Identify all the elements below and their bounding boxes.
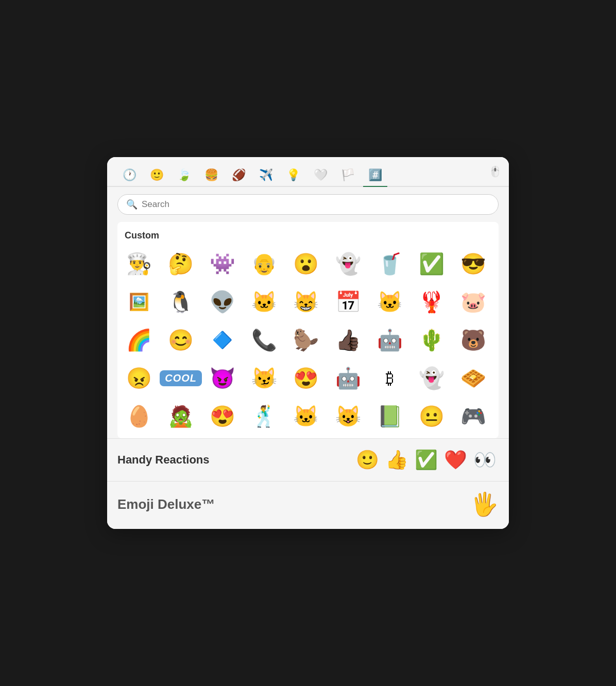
handy-emoji-thumbsup[interactable]: 👍 — [383, 447, 410, 473]
list-item[interactable]: 😎 — [455, 245, 492, 282]
handy-emoji-heart[interactable]: ❤️ — [442, 447, 469, 473]
category-symbols[interactable]: 🤍 — [309, 164, 333, 186]
list-item[interactable]: 🔷 — [204, 321, 241, 358]
list-item[interactable]: 👍🏿 — [330, 321, 367, 358]
list-item[interactable]: 🐱 — [246, 283, 283, 320]
search-input[interactable] — [142, 199, 490, 210]
list-item[interactable]: 🦊 — [455, 436, 492, 438]
category-travel[interactable]: ✈️ — [254, 164, 278, 186]
list-item[interactable]: 🦫 — [287, 321, 324, 358]
category-smileys[interactable]: 🙂 — [145, 164, 169, 186]
list-item[interactable]: 😊 — [162, 321, 199, 358]
category-activity[interactable]: 🏈 — [227, 164, 251, 186]
list-item[interactable]: 🤡 — [246, 436, 283, 438]
emoji-deluxe-label: Emoji Deluxe™ — [117, 496, 215, 512]
list-item[interactable]: 😸 — [287, 283, 324, 320]
handy-reactions-emojis: 🙂 👍 ✅ ❤️ 👀 — [354, 447, 499, 473]
list-item[interactable]: 😮 — [287, 245, 324, 282]
list-item[interactable]: 👽 — [204, 283, 241, 320]
list-item-cool[interactable]: COOL — [162, 359, 199, 397]
list-item[interactable]: 😠 — [121, 359, 158, 397]
emoji-deluxe-icon: 🖐️ — [470, 491, 499, 518]
list-item[interactable]: 🤔 — [162, 245, 199, 282]
handy-reactions-section: Handy Reactions 🙂 👍 ✅ ❤️ 👀 — [107, 438, 509, 481]
list-item[interactable]: 🕺 — [246, 398, 283, 435]
list-item[interactable]: 👨‍🍳 — [121, 245, 158, 282]
list-item[interactable]: 🖼️ — [121, 283, 158, 320]
list-item[interactable]: 👻 — [330, 245, 367, 282]
cursor-icon: 🖱️ — [489, 165, 502, 178]
custom-section-label: Custom — [117, 227, 499, 245]
list-item[interactable]: 😼 — [246, 359, 283, 397]
list-item[interactable]: 1000 — [162, 436, 199, 438]
list-item[interactable]: 👾 — [204, 245, 241, 282]
search-input-wrap[interactable]: 🔍 — [117, 194, 499, 215]
list-item[interactable]: 🎮 — [455, 398, 492, 435]
handy-emoji-eyes[interactable]: 👀 — [471, 447, 499, 473]
list-item[interactable]: 😍 — [287, 359, 324, 397]
category-custom[interactable]: #️⃣ — [363, 164, 387, 186]
list-item[interactable]: 🦝 — [371, 436, 408, 438]
list-item[interactable]: 😈 — [204, 436, 241, 438]
emoji-grid-area[interactable]: Custom 👨‍🍳 🤔 👾 👴 😮 👻 🥤 ✅ 😎 🖼️ 🐧 👽 🐱 😸 📅 … — [117, 222, 499, 438]
list-item[interactable]: 📅 — [330, 283, 367, 320]
emoji-deluxe-section[interactable]: Emoji Deluxe™ 🖐️ — [107, 481, 509, 529]
list-item[interactable]: 🤖 — [371, 321, 408, 358]
list-item[interactable]: 👻 — [413, 359, 450, 397]
list-item[interactable]: 😐 — [413, 398, 450, 435]
list-item[interactable]: 😶 — [330, 436, 367, 438]
list-item[interactable]: 🐷 — [455, 283, 492, 320]
list-item[interactable]: 🌈 — [121, 321, 158, 358]
list-item[interactable]: ₿ — [371, 359, 408, 397]
search-icon: 🔍 — [126, 199, 138, 210]
emoji-picker: 🕐 🙂 🍃 🍔 🏈 ✈️ 💡 🤍 🏳️ #️⃣ 🖱️ 🔍 Custom 👨‍🍳 … — [107, 157, 509, 529]
list-item[interactable]: 🦞 — [413, 283, 450, 320]
list-item[interactable]: 🦖 — [413, 436, 450, 438]
handy-reactions-label: Handy Reactions — [117, 453, 349, 467]
list-item[interactable]: 😈 — [204, 359, 241, 397]
category-flags[interactable]: 🏳️ — [336, 164, 360, 186]
emoji-grid: 👨‍🍳 🤔 👾 👴 😮 👻 🥤 ✅ 😎 🖼️ 🐧 👽 🐱 😸 📅 🐱 🦞 🐷 🌈… — [117, 245, 499, 438]
category-bar: 🕐 🙂 🍃 🍔 🏈 ✈️ 💡 🤍 🏳️ #️⃣ 🖱️ — [107, 157, 509, 187]
list-item[interactable]: ✅ — [413, 245, 450, 282]
list-item[interactable]: 🐧 — [162, 283, 199, 320]
list-item[interactable]: 🧇 — [455, 359, 492, 397]
list-item[interactable]: 👴 — [246, 245, 283, 282]
list-item[interactable]: 😺 — [330, 398, 367, 435]
cool-badge: COOL — [160, 370, 202, 386]
list-item[interactable]: 💫 — [287, 436, 324, 438]
category-recent[interactable]: 🕐 — [117, 164, 142, 186]
list-item[interactable]: 🌵 — [413, 321, 450, 358]
category-nature[interactable]: 🍃 — [172, 164, 196, 186]
handy-emoji-check[interactable]: ✅ — [413, 447, 440, 473]
category-objects[interactable]: 💡 — [281, 164, 305, 186]
list-item[interactable]: 🧟 — [162, 398, 199, 435]
list-item[interactable]: 🤖 — [330, 359, 367, 397]
list-item[interactable]: 😍 — [204, 398, 241, 435]
category-food[interactable]: 🍔 — [199, 164, 224, 186]
list-item[interactable]: 🥚 — [121, 398, 158, 435]
handy-emoji-smile[interactable]: 🙂 — [354, 447, 381, 473]
list-item[interactable]: 🐻 — [455, 321, 492, 358]
search-bar: 🔍 — [107, 187, 509, 222]
list-item[interactable]: 🐱 — [287, 398, 324, 435]
list-item[interactable]: 🥤 — [371, 245, 408, 282]
list-item[interactable]: 🐱 — [371, 283, 408, 320]
list-item[interactable]: 📞 — [246, 321, 283, 358]
list-item[interactable]: 📗 — [371, 398, 408, 435]
list-item[interactable]: 🐈 — [121, 436, 158, 438]
